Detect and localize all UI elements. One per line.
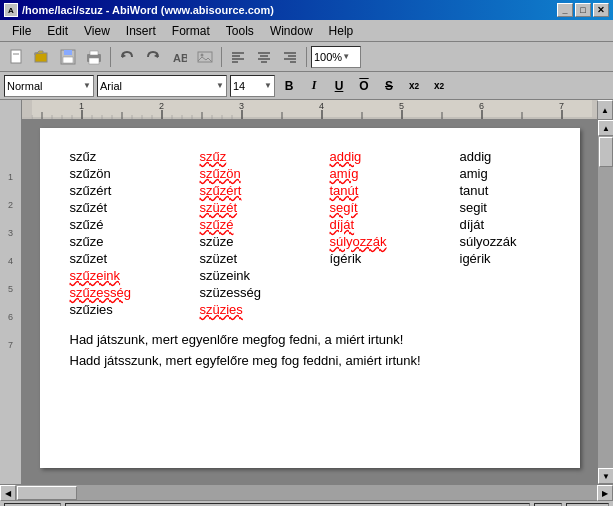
- word-cell: szüzet: [200, 250, 330, 267]
- minimize-button[interactable]: _: [557, 3, 573, 17]
- app-icon: A: [4, 3, 18, 17]
- menu-file[interactable]: File: [4, 22, 39, 40]
- hscroll-left-button[interactable]: ◀: [0, 485, 16, 501]
- vertical-scrollbar: ▲ ▼: [597, 120, 613, 484]
- svg-text:7: 7: [559, 101, 564, 111]
- vscroll-down-button[interactable]: ▼: [598, 468, 613, 484]
- toolbar-sep-3: [306, 47, 307, 67]
- insert-mode: INS: [534, 503, 562, 507]
- zoom-display[interactable]: 100% ▼: [311, 46, 361, 68]
- font-size-select[interactable]: 14 ▼: [230, 75, 275, 97]
- vscroll-up-button[interactable]: ▲: [597, 100, 613, 120]
- toolbar-sep-2: [221, 47, 222, 67]
- menu-format[interactable]: Format: [164, 22, 218, 40]
- word-cell: szűzesség: [70, 284, 200, 301]
- word-cell: szűzért: [70, 182, 200, 199]
- close-button[interactable]: ✕: [593, 3, 609, 17]
- svg-text:AB: AB: [173, 52, 187, 64]
- zoom-dropdown-arrow: ▼: [342, 52, 350, 61]
- open-button[interactable]: [30, 45, 54, 69]
- word-cell: szüzesség: [200, 284, 330, 301]
- svg-text:3: 3: [239, 101, 244, 111]
- svg-rect-27: [22, 100, 597, 119]
- word-cell: tanut: [460, 182, 590, 199]
- style-select[interactable]: Normal ▼: [4, 75, 94, 97]
- menu-help[interactable]: Help: [321, 22, 362, 40]
- ruler-corner: [0, 100, 22, 120]
- spell-button[interactable]: AB: [167, 45, 191, 69]
- word-cell: szűzies: [70, 301, 200, 318]
- svg-text:1: 1: [79, 101, 84, 111]
- word-cell: szűzön: [70, 165, 200, 182]
- menu-window[interactable]: Window: [262, 22, 321, 40]
- svg-rect-9: [89, 58, 99, 64]
- subscript-button[interactable]: x2: [428, 75, 450, 97]
- word-cell: tanút: [330, 182, 460, 199]
- word-table: szűzszűzaddigaddigszűzönszűzönamígamigsz…: [70, 148, 550, 318]
- page-indicator: Page: 1/1: [4, 503, 61, 507]
- word-cell: addig: [330, 148, 460, 165]
- align-left-button[interactable]: [226, 45, 250, 69]
- underline-button[interactable]: U: [328, 75, 350, 97]
- toolbar: AB 100% ▼: [0, 42, 613, 72]
- menu-insert[interactable]: Insert: [118, 22, 164, 40]
- strikethrough-button[interactable]: S: [378, 75, 400, 97]
- word-cell: szűzet: [70, 250, 200, 267]
- font-dropdown-arrow: ▼: [216, 81, 224, 90]
- size-dropdown-arrow: ▼: [264, 81, 272, 90]
- svg-point-14: [201, 53, 204, 56]
- maximize-button[interactable]: □: [575, 3, 591, 17]
- word-cell: amig: [460, 165, 590, 182]
- window-title: /home/laci/szuz - AbiWord (www.abisource…: [22, 4, 274, 16]
- word-cell: szűzért: [200, 182, 330, 199]
- vscroll-track[interactable]: [598, 136, 613, 468]
- word-cell: segit: [460, 199, 590, 216]
- word-cell: [460, 301, 590, 318]
- svg-rect-2: [35, 53, 47, 62]
- italic-button[interactable]: I: [303, 75, 325, 97]
- insert-img-button[interactable]: [193, 45, 217, 69]
- hscroll-right-button[interactable]: ▶: [597, 485, 613, 501]
- ruler-area: 1 2 3 4 5 6 7: [0, 100, 613, 120]
- superscript-button[interactable]: x2: [403, 75, 425, 97]
- align-right-button[interactable]: [278, 45, 302, 69]
- redo-button[interactable]: [141, 45, 165, 69]
- new-button[interactable]: [4, 45, 28, 69]
- bottom-line-2: Hadd játsszunk, mert egyfelőre meg fog f…: [70, 351, 550, 372]
- menu-tools[interactable]: Tools: [218, 22, 262, 40]
- print-button[interactable]: [82, 45, 106, 69]
- overstrike-button[interactable]: O: [353, 75, 375, 97]
- vscroll-up-button[interactable]: ▲: [598, 120, 613, 136]
- horizontal-scrollbar: ◀ ▶: [0, 484, 613, 500]
- save-button[interactable]: [56, 45, 80, 69]
- svg-rect-68: [592, 100, 597, 119]
- word-cell: szűz: [200, 148, 330, 165]
- word-cell: szűzét: [70, 199, 200, 216]
- format-toolbar: Normal ▼ Arial ▼ 14 ▼ B I U O S x2 x2: [0, 72, 613, 100]
- bottom-line-1: Had játszunk, mert egyenlőre megfog fedn…: [70, 330, 550, 351]
- word-cell: ígérik: [330, 250, 460, 267]
- undo-button[interactable]: [115, 45, 139, 69]
- hscroll-thumb[interactable]: [17, 486, 77, 500]
- word-cell: segít: [330, 199, 460, 216]
- bold-button[interactable]: B: [278, 75, 300, 97]
- word-cell: [330, 267, 460, 284]
- word-cell: szüzét: [200, 199, 330, 216]
- align-center-button[interactable]: [252, 45, 276, 69]
- font-select[interactable]: Arial ▼: [97, 75, 227, 97]
- edit-mode: default: [566, 503, 609, 507]
- word-cell: szűzön: [200, 165, 330, 182]
- svg-rect-67: [22, 100, 32, 119]
- word-cell: szüze: [200, 233, 330, 250]
- word-cell: [460, 267, 590, 284]
- svg-rect-6: [63, 57, 73, 63]
- menu-view[interactable]: View: [76, 22, 118, 40]
- vscroll-thumb[interactable]: [599, 137, 613, 167]
- status-info: [65, 503, 530, 507]
- style-dropdown-arrow: ▼: [83, 81, 91, 90]
- hscroll-track[interactable]: [16, 485, 597, 500]
- word-cell: amíg: [330, 165, 460, 182]
- toolbar-sep-1: [110, 47, 111, 67]
- menu-edit[interactable]: Edit: [39, 22, 76, 40]
- word-cell: addig: [460, 148, 590, 165]
